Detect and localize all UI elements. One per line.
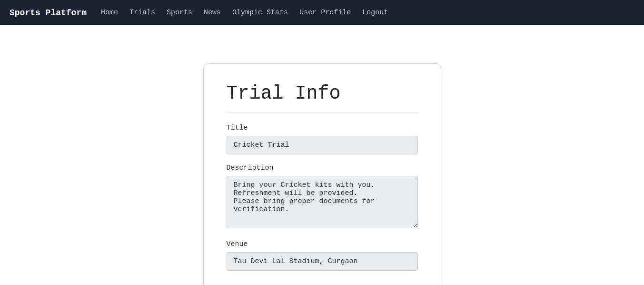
- form-title: Trial Info: [227, 83, 418, 112]
- nav-link-news[interactable]: News: [204, 9, 221, 17]
- nav-links: Home Trials Sports News Olympic Stats Us…: [101, 9, 388, 17]
- venue-label: Venue: [227, 240, 418, 248]
- description-textarea[interactable]: Bring your Cricket kits with you. Refres…: [227, 176, 418, 228]
- navbar: Sports Platform Home Trials Sports News …: [0, 0, 644, 25]
- form-card: Trial Info Title Description Bring your …: [203, 63, 441, 285]
- venue-input[interactable]: [227, 252, 418, 271]
- nav-link-olympic-stats[interactable]: Olympic Stats: [232, 9, 288, 17]
- description-group: Description Bring your Cricket kits with…: [227, 164, 418, 231]
- nav-link-logout[interactable]: Logout: [362, 9, 388, 17]
- nav-link-sports[interactable]: Sports: [167, 9, 192, 17]
- main-content: Trial Info Title Description Bring your …: [0, 25, 644, 285]
- nav-link-user-profile[interactable]: User Profile: [299, 9, 351, 17]
- title-label: Title: [227, 124, 418, 132]
- title-group: Title: [227, 124, 418, 154]
- nav-link-home[interactable]: Home: [101, 9, 118, 17]
- nav-link-trials[interactable]: Trials: [129, 9, 155, 17]
- venue-group: Venue: [227, 240, 418, 271]
- title-input[interactable]: [227, 136, 418, 154]
- nav-brand: Sports Platform: [10, 8, 87, 18]
- description-label: Description: [227, 164, 418, 172]
